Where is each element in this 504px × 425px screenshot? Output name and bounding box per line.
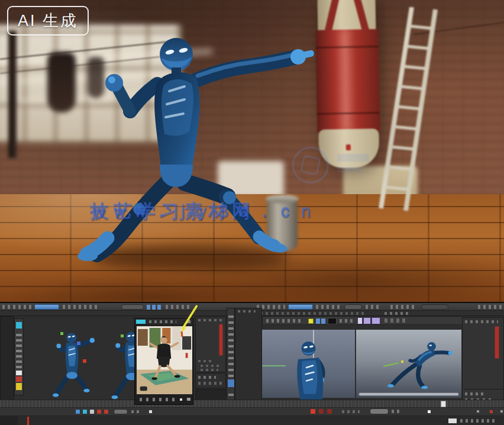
illegible-caption-text bbox=[323, 419, 385, 425]
photo-playback-dot[interactable] bbox=[180, 398, 182, 401]
channel-box-tabs[interactable] bbox=[465, 320, 498, 323]
shelf-tab-active-right[interactable] bbox=[288, 304, 313, 310]
menu-text-highlight[interactable] bbox=[385, 312, 408, 315]
mini-dot[interactable] bbox=[500, 410, 503, 413]
timeline-playhead[interactable] bbox=[27, 417, 29, 425]
outliner-header bbox=[238, 310, 256, 313]
current-frame-marker[interactable] bbox=[441, 401, 446, 407]
object-tabs[interactable] bbox=[465, 392, 485, 395]
manipulator-dot-blue bbox=[77, 342, 80, 345]
playback-icon[interactable] bbox=[104, 410, 108, 414]
layer-tabs[interactable] bbox=[198, 376, 216, 379]
layer-editor-left bbox=[195, 373, 226, 388]
tool-swatch-red[interactable] bbox=[16, 376, 22, 382]
blue-toggle-button[interactable] bbox=[321, 318, 325, 324]
layer-row[interactable] bbox=[198, 382, 222, 385]
playback-icon[interactable] bbox=[76, 410, 80, 414]
dropdown-pill[interactable] bbox=[421, 304, 448, 310]
playback-dot[interactable] bbox=[149, 410, 152, 413]
toolbox-tools-right[interactable] bbox=[228, 312, 234, 377]
record-dot[interactable] bbox=[490, 410, 493, 413]
toolbar-icons-far-right[interactable] bbox=[478, 305, 502, 309]
viewport-front[interactable] bbox=[40, 321, 96, 400]
photo-playback-controls[interactable] bbox=[140, 398, 175, 401]
mute-solo-icons[interactable] bbox=[311, 409, 338, 414]
hero-character bbox=[71, 30, 325, 278]
playback-icons[interactable] bbox=[392, 410, 402, 413]
tool-swatch-cyan[interactable] bbox=[16, 322, 22, 329]
background-post bbox=[8, 31, 17, 158]
range-right-icons[interactable] bbox=[460, 419, 496, 423]
viewport-character bbox=[45, 330, 96, 401]
playback-left-icons[interactable] bbox=[76, 410, 111, 414]
photo-fullscreen-icon[interactable] bbox=[187, 398, 190, 401]
status-text bbox=[342, 410, 360, 413]
yellow-toggle-button[interactable] bbox=[308, 318, 314, 324]
photo-toolbar-icons[interactable] bbox=[149, 320, 176, 323]
maya-editor-strip bbox=[0, 302, 504, 425]
ai-generated-badge: AI 生成 bbox=[7, 6, 89, 36]
keyed-attributes-bar-left bbox=[219, 324, 222, 355]
viewport-character-lunge bbox=[361, 337, 461, 396]
viewport-scrollbar[interactable] bbox=[358, 392, 459, 396]
ai-generated-label: AI 生成 bbox=[18, 12, 78, 30]
viewport-side[interactable] bbox=[356, 330, 461, 398]
screenshot-root: AI 生成 技艺学习素材网 ｗｗｗ．ｊｙ３ｄ．ｃｎ bbox=[0, 0, 504, 425]
playback-dot[interactable] bbox=[428, 410, 431, 413]
manipulator-dot-green bbox=[60, 332, 63, 335]
blue-toggle-button[interactable] bbox=[316, 318, 320, 324]
toolbox-right bbox=[227, 308, 235, 413]
watermark-logo bbox=[289, 142, 377, 195]
purple-button-small[interactable] bbox=[357, 317, 363, 324]
brush-icons[interactable] bbox=[266, 319, 303, 323]
notes-text-block bbox=[464, 362, 503, 387]
playback-icon[interactable] bbox=[83, 410, 87, 414]
shapes-section-label bbox=[198, 360, 212, 362]
field-pill[interactable] bbox=[344, 304, 362, 310]
menu-text-row[interactable] bbox=[260, 312, 367, 315]
toolbar-icons[interactable] bbox=[390, 305, 416, 309]
dark-toolbar-squares[interactable] bbox=[385, 318, 406, 323]
outliner-rows bbox=[235, 314, 261, 385]
snap-icon[interactable] bbox=[147, 305, 150, 310]
toolbar-icons[interactable] bbox=[366, 305, 381, 309]
shelf-tab-active-left[interactable] bbox=[34, 304, 59, 310]
mini-dot[interactable] bbox=[477, 410, 479, 413]
mute-icon[interactable] bbox=[319, 409, 324, 414]
purple-button-wide[interactable] bbox=[371, 317, 380, 324]
shape-row bbox=[201, 365, 221, 367]
timeline-tick-row[interactable] bbox=[0, 400, 504, 408]
range-left-cap bbox=[0, 416, 18, 425]
tool-swatch-white[interactable] bbox=[16, 371, 22, 375]
watermark-url: ｗｗｗ．ｊｙ３ｄ．ｃｎ bbox=[90, 199, 318, 223]
manipulator-dot-green bbox=[121, 334, 124, 337]
manipulator-dot-red bbox=[83, 359, 86, 363]
playback-icon[interactable] bbox=[97, 410, 101, 414]
playback-icon[interactable] bbox=[90, 410, 94, 414]
viewport-closeup[interactable] bbox=[262, 330, 355, 398]
toolbar-icons-left[interactable] bbox=[2, 305, 32, 309]
active-tool-highlight[interactable] bbox=[228, 379, 234, 387]
color-dropdown[interactable] bbox=[328, 318, 337, 324]
toolbar-icons[interactable] bbox=[340, 319, 354, 323]
toolbar-icons[interactable] bbox=[63, 305, 98, 309]
viewport-character-closeup bbox=[275, 334, 346, 401]
toolbox-tools[interactable] bbox=[16, 331, 22, 368]
end-frame-field[interactable] bbox=[448, 418, 457, 423]
mute-icon[interactable] bbox=[327, 409, 332, 414]
divider bbox=[464, 389, 503, 389]
purple-button-mid[interactable] bbox=[363, 317, 371, 324]
tool-swatch-yellow[interactable] bbox=[16, 383, 22, 390]
search-field-left[interactable] bbox=[121, 304, 144, 310]
playback-icons[interactable] bbox=[131, 410, 141, 413]
frame-field[interactable] bbox=[114, 409, 128, 414]
annotation-arrow bbox=[173, 304, 203, 339]
illegible-caption-text bbox=[390, 419, 447, 425]
snap-icon[interactable] bbox=[157, 305, 161, 310]
snap-icon[interactable] bbox=[152, 305, 156, 310]
photo-sync-button[interactable] bbox=[136, 320, 146, 324]
outliner-panel bbox=[235, 308, 262, 413]
frame-rate-field[interactable] bbox=[370, 408, 389, 414]
mute-icon[interactable] bbox=[311, 409, 315, 414]
toolbar-icons[interactable] bbox=[316, 305, 340, 309]
